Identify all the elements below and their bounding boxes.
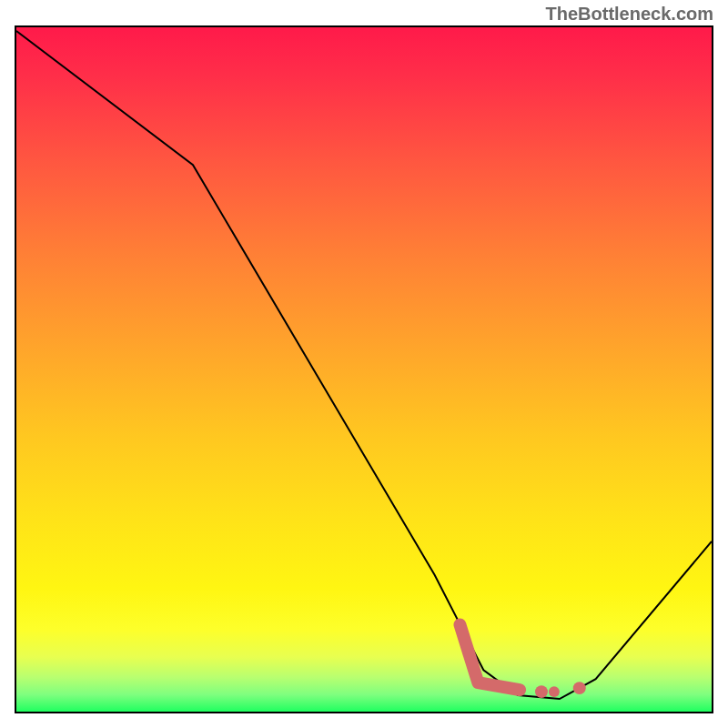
optimal-zone-marker: [460, 625, 520, 691]
optimal-zone-dot-2: [549, 686, 560, 697]
chart-plot-area: [15, 25, 713, 713]
watermark-text: TheBottleneck.com: [546, 4, 713, 25]
chart-svg: [16, 27, 712, 712]
optimal-zone-dot-1: [535, 685, 548, 698]
bottleneck-curve-line: [16, 31, 712, 699]
optimal-zone-dot-3: [573, 682, 586, 694]
